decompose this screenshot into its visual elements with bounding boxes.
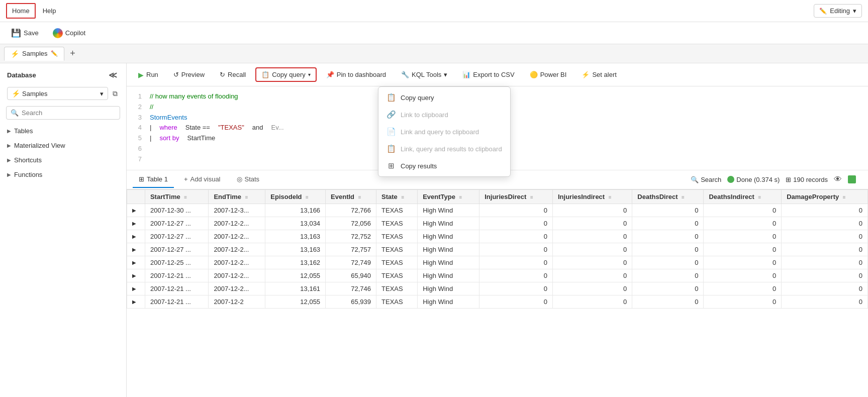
run-icon: ▶ (138, 71, 144, 79)
tab-stats[interactable]: ◎ Stats (231, 171, 266, 188)
data-table-wrapper: StartTime ≡ EndTime ≡ EpisodeId ≡ EventI… (127, 189, 868, 397)
cell-starttime: 2007-12-27 ... (145, 217, 208, 230)
chevron-functions-icon: ▶ (7, 172, 11, 177)
col-state[interactable]: State ≡ (376, 189, 418, 204)
editing-button[interactable]: ✏️ Editing ▾ (814, 4, 862, 18)
col-starttime[interactable]: StartTime ≡ (145, 189, 208, 204)
cell-state: TEXAS (376, 204, 418, 217)
nav-home[interactable]: Home (6, 3, 36, 19)
cell-injuriesindirect: 0 (552, 230, 632, 243)
cell-expand[interactable]: ▶ (127, 230, 145, 243)
database-name: Samples (22, 90, 48, 97)
results-search-icon: 🔍 (691, 176, 699, 183)
cell-state: TEXAS (376, 256, 418, 269)
cell-eventid: 72,766 (326, 204, 376, 217)
kql-dropdown-icon: ▾ (444, 71, 447, 78)
cell-deathsindirect: 0 (704, 204, 782, 217)
tab-table-1[interactable]: ⊞ Table 1 (133, 171, 174, 188)
set-alert-button[interactable]: ⚡ Set alert (576, 68, 622, 81)
cell-injuriesindirect: 0 (552, 282, 632, 295)
cell-eventid: 72,757 (326, 243, 376, 256)
col-eventid[interactable]: EventId ≡ (326, 189, 376, 204)
nav-help[interactable]: Help (38, 4, 61, 18)
copilot-button[interactable]: Copilot (50, 26, 88, 40)
kql-tools-button[interactable]: 🔧 KQL Tools ▾ (396, 68, 453, 81)
database-title: Database (7, 71, 36, 79)
copy-query-icon: 📋 (261, 71, 269, 78)
dropdown-link-results-icon: 📋 (387, 144, 396, 153)
sidebar-item-tables[interactable]: ▶ Tables (0, 124, 126, 138)
cell-expand[interactable]: ▶ (127, 282, 145, 295)
sidebar-item-functions-label: Functions (14, 171, 119, 178)
results-search-button[interactable]: 🔍 Search (691, 176, 721, 183)
cell-expand[interactable]: ▶ (127, 217, 145, 230)
col-eventtype[interactable]: EventType ≡ (418, 189, 479, 204)
cell-endtime: 2007-12-2... (209, 217, 265, 230)
editing-label: Editing (830, 7, 850, 15)
chevron-down-icon: ▾ (853, 7, 856, 15)
sidebar-item-functions[interactable]: ▶ Functions (0, 167, 126, 182)
cell-expand[interactable]: ▶ (127, 204, 145, 217)
tab-add-visual[interactable]: + Add visual (178, 171, 227, 188)
cell-deathsdirect: 0 (632, 256, 704, 269)
alert-label: Set alert (592, 71, 616, 78)
cell-eventid: 72,056 (326, 217, 376, 230)
table-row: ▶2007-12-25 ...2007-12-2...13,16272,749T… (127, 256, 868, 269)
col-injuriesdirect[interactable]: InjuriesDirect ≡ (479, 189, 553, 204)
cell-expand[interactable]: ▶ (127, 243, 145, 256)
cell-eventtype: High Wind (418, 282, 479, 295)
tab-samples[interactable]: ⚡ Samples ✏️ (4, 47, 64, 61)
col-episodeid[interactable]: EpisodeId ≡ (265, 189, 326, 204)
cell-expand[interactable]: ▶ (127, 295, 145, 308)
pin-dashboard-button[interactable]: 📌 Pin to dashboard (321, 68, 392, 81)
database-dropdown[interactable]: ⚡ Samples ▾ (7, 87, 108, 100)
dropdown-copy-results[interactable]: ⊞ Copy results (378, 157, 510, 174)
pin-icon: 📌 (326, 71, 334, 78)
recall-button[interactable]: ↻ Recall (214, 68, 251, 81)
save-button[interactable]: 💾 Save (8, 26, 42, 40)
cell-episodeid: 12,055 (265, 269, 326, 282)
database-selector: ⚡ Samples ▾ ⧉ (0, 85, 126, 104)
power-bi-button[interactable]: 🟡 Power BI (524, 68, 572, 81)
cell-endtime: 2007-12-2... (209, 269, 265, 282)
col-endtime[interactable]: EndTime ≡ (209, 189, 265, 204)
cell-eventtype: High Wind (418, 230, 479, 243)
cell-damageproperty: 0 (782, 217, 868, 230)
cell-expand[interactable]: ▶ (127, 269, 145, 282)
cell-deathsindirect: 0 (704, 295, 782, 308)
main-toolbar: 💾 Save Copilot (0, 22, 868, 44)
add-tab-button[interactable]: + (66, 47, 79, 60)
cell-episodeid: 13,163 (265, 243, 326, 256)
sidebar-search-input[interactable] (22, 109, 116, 117)
sidebar-item-materialized-view[interactable]: ▶ Materialized View (0, 138, 126, 153)
cell-eventtype: High Wind (418, 217, 479, 230)
cell-episodeid: 13,161 (265, 282, 326, 295)
cell-expand[interactable]: ▶ (127, 256, 145, 269)
cell-episodeid: 13,166 (265, 204, 326, 217)
cell-injuriesdirect: 0 (479, 256, 553, 269)
database-copy-button[interactable]: ⧉ (111, 88, 119, 100)
stats-icon: ◎ (237, 175, 242, 183)
dropdown-copy-query[interactable]: 📋 Copy query (378, 89, 510, 106)
green-status-indicator (848, 175, 856, 183)
col-injuriesindirect[interactable]: InjuriesIndirect ≡ (552, 189, 632, 204)
col-deathsdirect[interactable]: DeathsDirect ≡ (632, 189, 704, 204)
export-csv-button[interactable]: 📊 Export to CSV (457, 68, 520, 81)
sidebar-collapse-button[interactable]: ≪ (107, 69, 119, 81)
cell-starttime: 2007-12-25 ... (145, 256, 208, 269)
pin-label: Pin to dashboard (337, 71, 386, 78)
results-search-label: Search (701, 176, 721, 183)
table-row: ▶2007-12-21 ...2007-12-212,05565,939TEXA… (127, 295, 868, 308)
run-button[interactable]: ▶ Run (133, 68, 164, 82)
tab-edit-icon[interactable]: ✏️ (51, 50, 58, 57)
dropdown-link-query-icon: 📄 (387, 127, 396, 136)
col-deathsindirect[interactable]: DeathsIndirect ≡ (704, 189, 782, 204)
cell-deathsindirect: 0 (704, 282, 782, 295)
cell-state: TEXAS (376, 269, 418, 282)
col-damageproperty[interactable]: DamageProperty ≡ (782, 189, 868, 204)
copy-query-button[interactable]: 📋 Copy query ▾ (255, 67, 316, 82)
eye-icon[interactable]: 👁 (834, 175, 842, 184)
cell-eventid: 65,939 (326, 295, 376, 308)
preview-button[interactable]: ↺ Preview (168, 68, 210, 81)
sidebar-item-shortcuts[interactable]: ▶ Shortcuts (0, 153, 126, 167)
